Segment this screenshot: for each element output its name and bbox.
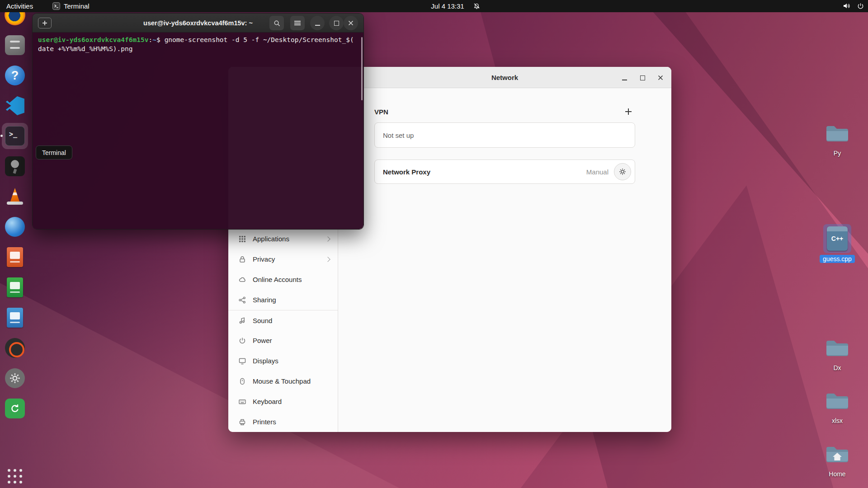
libreoffice-writer-icon	[7, 308, 23, 328]
vpn-status-text: Not set up	[383, 131, 414, 139]
terminal-icon: >_	[5, 126, 25, 146]
dock-item-blue-globe-app[interactable]	[2, 214, 28, 240]
sidebar-item-displays[interactable]: Displays	[228, 351, 338, 371]
desktop-icon-home[interactable]: Home	[816, 443, 858, 478]
sidebar-item-applications[interactable]: Applications	[228, 229, 338, 249]
search-button[interactable]	[269, 16, 284, 30]
running-indicator-dot	[0, 135, 3, 137]
settings-gear-icon	[5, 368, 25, 388]
sidebar-item-mouse-touchpad[interactable]: Mouse & Touchpad	[228, 371, 338, 391]
software-updater-icon	[5, 399, 25, 418]
network-proxy-row[interactable]: Network Proxy Manual	[374, 160, 635, 184]
top-bar: Activities Terminal Jul 4 13:31	[0, 0, 868, 12]
sound-note-icon	[238, 316, 246, 324]
libreoffice-calc-icon	[7, 277, 23, 297]
chevron-right-icon	[325, 236, 330, 241]
settings-header-bar[interactable]: Network	[338, 67, 671, 88]
printer-icon	[238, 418, 246, 426]
dock-item-software-updater[interactable]	[2, 395, 28, 422]
desktop-icon-py[interactable]: Py	[816, 122, 858, 157]
terminal-screen[interactable]: user@iv-yds6oxrdvkcva4f6m15v:~$gnome-scr…	[33, 33, 363, 229]
vpn-status-row[interactable]: Not set up	[374, 122, 635, 148]
sidebar-item-power[interactable]: Power	[228, 330, 338, 351]
close-button[interactable]	[344, 16, 358, 30]
hamburger-icon	[294, 21, 301, 25]
dock: ? >_	[0, 0, 30, 476]
focused-app-icon	[52, 2, 60, 10]
mouse-icon	[238, 377, 246, 385]
vpn-section-title: VPN	[374, 108, 388, 116]
desktop-icon-xlsx[interactable]: xlsx	[816, 389, 858, 425]
show-applications-button[interactable]	[0, 469, 30, 483]
online-accounts-cloud-icon	[238, 276, 246, 284]
sidebar-item-keyboard[interactable]: Keyboard	[228, 391, 338, 412]
vscode-icon	[5, 96, 24, 115]
power-icon	[857, 2, 864, 12]
dock-item-libreoffice-impress[interactable]	[2, 244, 28, 270]
maximize-button[interactable]	[636, 71, 649, 84]
sidebar-item-sound[interactable]: Sound	[228, 310, 338, 330]
dock-item-webcam-app[interactable]	[2, 153, 28, 179]
clock[interactable]: Jul 4 13:31	[420, 0, 475, 12]
sidebar-item-printers[interactable]: Printers	[228, 412, 338, 432]
folder-icon	[825, 392, 849, 413]
minimize-button[interactable]	[618, 71, 631, 84]
desktop-icon-dx[interactable]: Dx	[816, 337, 858, 372]
ubuntu-ring-icon	[5, 338, 25, 358]
webcam-app-icon	[5, 156, 25, 176]
system-status-area[interactable]	[842, 2, 864, 12]
blue-globe-app-icon	[5, 217, 25, 237]
close-button[interactable]	[654, 71, 667, 84]
dock-tooltip: Terminal	[36, 145, 72, 160]
dock-item-vscode[interactable]	[2, 93, 28, 119]
dock-item-libreoffice-calc[interactable]	[2, 274, 28, 300]
minimize-button[interactable]	[310, 16, 325, 30]
network-proxy-settings-button[interactable]	[614, 163, 631, 180]
dock-item-files[interactable]	[2, 32, 28, 58]
cpp-file-icon: C++	[827, 226, 848, 251]
menu-button[interactable]	[290, 16, 305, 30]
desktop-icon-label: Py	[830, 149, 844, 157]
privacy-lock-icon	[238, 255, 246, 263]
volume-icon	[842, 2, 850, 12]
maximize-button[interactable]	[329, 16, 344, 30]
sidebar-item-online-accounts[interactable]: Online Accounts	[228, 269, 338, 290]
dock-item-settings[interactable]	[2, 365, 28, 391]
help-icon: ?	[5, 66, 25, 85]
add-vpn-button[interactable]	[622, 105, 635, 118]
apps-grid-icon	[8, 469, 22, 483]
desktop-icon-label: Home	[826, 470, 849, 478]
desktop-icon-label: guess.cpp	[820, 255, 855, 263]
activities-button[interactable]: Activities	[6, 0, 33, 12]
network-proxy-label: Network Proxy	[383, 168, 586, 176]
sidebar-item-sharing[interactable]: Sharing	[228, 290, 338, 310]
terminal-command-wrap-line: date +%Y%m%d_%H%M%S).png	[38, 44, 358, 53]
network-proxy-value: Manual	[586, 168, 609, 176]
notifications-muted-icon[interactable]	[473, 2, 481, 12]
terminal-header-bar[interactable]: user@iv-yds6oxrdvkcva4f6m15v: ~	[33, 14, 363, 33]
vlc-icon	[5, 186, 25, 207]
folder-icon	[825, 339, 849, 360]
desktop-icon-label: xlsx	[829, 417, 846, 425]
applications-grid-icon	[238, 235, 246, 243]
dock-item-terminal[interactable]: >_	[2, 123, 28, 149]
folder-icon	[825, 124, 849, 145]
sidebar-item-privacy[interactable]: Privacy	[228, 249, 338, 269]
sharing-nodes-icon	[238, 296, 246, 304]
terminal-window: user@iv-yds6oxrdvkcva4f6m15v: ~ user@iv-…	[32, 13, 364, 230]
dock-item-vlc[interactable]	[2, 183, 28, 210]
power-icon	[238, 337, 246, 345]
displays-icon	[238, 357, 246, 365]
dock-item-help[interactable]: ?	[2, 62, 28, 89]
terminal-prompt-line: user@iv-yds6oxrdvkcva4f6m15v:~$gnome-scr…	[38, 35, 358, 44]
keyboard-icon	[238, 398, 246, 406]
libreoffice-impress-icon	[7, 247, 23, 267]
network-panel: VPN Not set up Network Proxy Manual	[338, 88, 671, 432]
dock-item-libreoffice-writer[interactable]	[2, 305, 28, 331]
desktop-icon-label: Dx	[830, 364, 844, 372]
desktop-icon-guess-cpp[interactable]: C++ guess.cpp	[816, 224, 858, 263]
focused-app-menu[interactable]: Terminal	[64, 0, 90, 12]
dock-item-ubuntu-app[interactable]	[2, 335, 28, 361]
files-icon	[5, 35, 25, 55]
terminal-scrollbar[interactable]	[361, 37, 363, 100]
